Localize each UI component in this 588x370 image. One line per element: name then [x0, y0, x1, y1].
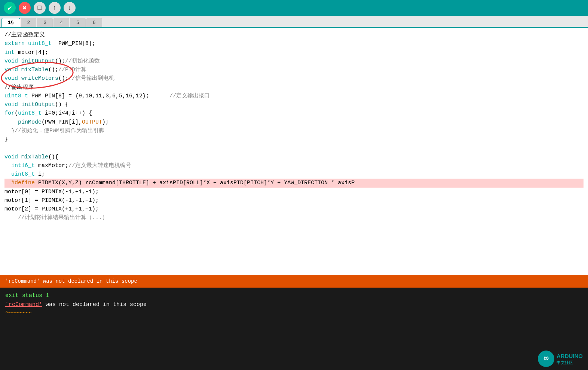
tab-1[interactable]: 1§ [1, 18, 20, 27]
code-line-void-mix-def: void mixTable(){ [4, 153, 584, 161]
code-line-pinmode: pinMode(PWM_PIN[i],OUTPUT); [4, 118, 584, 127]
tab-5[interactable]: 5 [70, 18, 86, 27]
console-line-exit: exit status 1 [5, 291, 583, 300]
code-line-uint8-pwm: uint8_t PWM_PIN[8] = {9,10,11,3,6,5,16,1… [4, 92, 584, 100]
code-line-close-comment: }//初始化，使PWM引脚作为输出引脚 [4, 127, 584, 135]
arduino-logo: ∞ ARDUINO 中文社区 [538, 351, 583, 367]
toolbar: ✔ ✖ □ ↑ ↓ [0, 0, 588, 16]
code-line-void-init: void initOutput();//初始化函数 [4, 57, 584, 66]
code-line-int16: int16_t maxMotor;//定义最大转速电机编号 [4, 161, 584, 170]
code-editor[interactable]: //主要函数定义 extern uint8_t PWM_PIN[8]; int … [0, 28, 588, 275]
code-line-empty [4, 144, 584, 152]
code-line-void-init-def: void initOutput() { [4, 100, 584, 109]
bottom-section: 'rcCommand' was not declared in this sco… [0, 275, 588, 370]
code-line-for: for(uint8_t i=0;i<4;i++) { [4, 109, 584, 118]
code-line-comment1: //主要函数定义 [4, 31, 584, 39]
new-button[interactable]: □ [34, 2, 46, 14]
tab-bar: 1§ 2 3 4 5 6 [0, 16, 588, 28]
code-container: //主要函数定义 extern uint8_t PWM_PIN[8]; int … [0, 28, 588, 275]
code-line-void-mix: void mixTable();//PID计算 [4, 66, 584, 74]
code-line-int-motor: int motor[4]; [4, 48, 584, 57]
error-bar-text: 'rcCommand' was not declared in this sco… [5, 278, 137, 284]
console-squiggle: ^~~~~~~~~ [5, 309, 583, 317]
code-line-motor1: motor[1] = PIDMIX(-1,-1,+1); [4, 196, 584, 205]
arduino-community: 中文社区 [557, 360, 583, 365]
arduino-brand: ARDUINO [557, 352, 583, 360]
verify-button[interactable]: ✔ [4, 2, 16, 14]
code-line-define: #define PIDMIX(X,Y,Z) rcCommand[THROTTLE… [4, 179, 584, 187]
download-button[interactable]: ↓ [64, 2, 76, 14]
stop-button[interactable]: ✖ [19, 2, 31, 14]
code-line-brace1: } [4, 135, 584, 144]
error-bar: 'rcCommand' was not declared in this sco… [0, 275, 588, 288]
code-line-comment3: //计划将计算结果输出计算（...） [4, 213, 584, 222]
tab-2[interactable]: 2 [21, 18, 37, 27]
code-line-motor0: motor[0] = PIDMIX(-1,+1,-1); [4, 188, 584, 196]
code-line-uint8-i: uint8_t i; [4, 170, 584, 179]
tab-4[interactable]: 4 [53, 18, 69, 27]
arduino-symbol: ∞ [538, 351, 554, 367]
code-line-extern: extern uint8_t PWM_PIN[8]; [4, 39, 584, 48]
code-line-void-write: void writeMotors();//信号输出到电机 [4, 74, 584, 83]
upload-button[interactable]: ↑ [49, 2, 61, 14]
console-area: exit status 1 'rcCommand' was not declar… [0, 288, 588, 370]
code-line-comment2: //输出程序 [4, 83, 584, 92]
console-line-error: 'rcCommand' was not declared in this sco… [5, 300, 583, 309]
tab-3[interactable]: 3 [37, 18, 53, 27]
arduino-text: ARDUINO 中文社区 [557, 352, 583, 365]
tab-6[interactable]: 6 [86, 18, 102, 27]
code-line-motor2: motor[2] = PIDMIX(+1,+1,+1); [4, 205, 584, 213]
